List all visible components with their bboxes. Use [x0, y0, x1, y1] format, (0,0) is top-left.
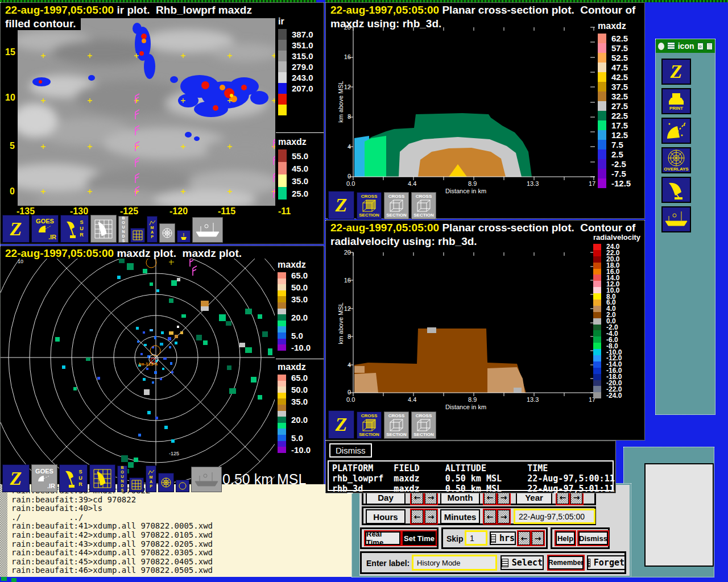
surveillance-button[interactable]: SUR — [59, 464, 88, 492]
ir-y-tick: 0 — [10, 186, 15, 197]
map-button[interactable]: MAP — [146, 465, 156, 492]
ir-label: .IR — [48, 234, 58, 240]
satellite-dish-button[interactable] — [661, 118, 691, 144]
skip-units-menu[interactable]: hrs — [490, 531, 516, 545]
window-restore-icon[interactable]: ░ — [706, 43, 713, 50]
xs1-x-tick: 8.9 — [468, 180, 477, 187]
menu-icon — [588, 559, 590, 567]
radar-antenna-icon — [64, 469, 76, 488]
minutes-button[interactable]: Minutes — [440, 509, 480, 524]
goes-ir-button[interactable]: GOES .IR — [31, 215, 59, 243]
print-label: PRINT — [669, 106, 683, 111]
colorbar-entry: 243.0 — [278, 72, 313, 83]
cross-section-button[interactable]: CROSS SECTION — [411, 192, 436, 219]
set-time-button[interactable]: Set Time — [403, 531, 436, 545]
zebra-logo-button[interactable]: Z — [328, 410, 354, 439]
text-line: rain:beaufait:46>xdump.all 970822.0505.x… — [11, 566, 213, 575]
dismiss-button[interactable]: Dismiss — [578, 531, 608, 545]
cross-section-maxdz-window: 22-aug-1997,05:05:00 Planar cross-sectio… — [325, 2, 645, 219]
label-field[interactable]: History Mode — [412, 555, 497, 571]
cross-section-button-active[interactable]: CROSS SECTION — [357, 192, 382, 219]
overlays-button[interactable]: OVERLAYS — [661, 147, 691, 173]
real-time-button[interactable]: Real Time — [365, 531, 400, 545]
text-line: rain:beaufait:40>ls — [11, 504, 213, 513]
text-line: rain:beaufait:39>cd 970822 — [11, 496, 213, 505]
colorbar-entry: 4.0 — [593, 306, 640, 312]
ship-button[interactable] — [192, 217, 223, 243]
radar-antenna-button[interactable] — [661, 177, 691, 203]
cross-section-button[interactable]: CROSS SECTION — [384, 411, 409, 439]
grid-radar-button[interactable] — [90, 215, 117, 243]
colorbar-entry — [278, 105, 313, 115]
icon-window-title: icon — [678, 41, 694, 51]
skip-back-arrow[interactable]: ← — [518, 531, 530, 545]
hours-button[interactable]: Hours — [366, 509, 406, 524]
printer-icon — [667, 92, 686, 106]
xs1-y-tick: 8 — [340, 113, 351, 120]
ppi-colorbar1-label: maxdz — [278, 260, 311, 270]
rings-overlay-button[interactable] — [159, 223, 175, 243]
zebra-logo-button[interactable]: Z — [661, 59, 691, 85]
surveillance-button[interactable]: SUR — [60, 215, 89, 243]
colorbar-entry: 50.0 — [278, 386, 311, 393]
grid-icon — [133, 230, 143, 240]
grid-radar-button[interactable] — [89, 464, 115, 492]
bounds-button[interactable]: BOUNDS — [118, 216, 129, 243]
minutes-forward-arrow[interactable]: → — [498, 510, 510, 523]
cross-section-button[interactable]: CROSS SECTION — [411, 411, 436, 439]
zebra-logo-button[interactable]: Z — [328, 191, 354, 219]
print-button[interactable]: PRINT — [661, 88, 691, 114]
xs2-colorbar: radialvelocity 24.022.020.018.016.014.01… — [593, 233, 640, 398]
zebra-logo-button[interactable]: Z — [2, 215, 30, 243]
time-value-field[interactable]: 22-Aug-97,5:05:00 — [514, 509, 595, 524]
window-menu-icon[interactable] — [667, 42, 675, 50]
ir-satellite-image[interactable] — [18, 18, 275, 206]
map-button[interactable]: MAP — [147, 216, 158, 243]
cube-icon — [416, 418, 431, 432]
hours-forward-arrow[interactable]: → — [425, 510, 437, 523]
mode-group: Real Time Set Time — [360, 527, 439, 549]
cross-section-button[interactable]: CROSS SECTION — [384, 192, 409, 219]
zebra-logo-button[interactable]: Z — [2, 464, 30, 492]
platform-dismiss-button[interactable]: Dismiss — [329, 443, 372, 458]
xs1-x-tick: 0.0 — [346, 180, 355, 187]
circle-overlay-button[interactable] — [176, 480, 189, 492]
rings-overlay-button[interactable] — [158, 473, 174, 492]
colorbar-entry: 47.5 — [598, 63, 631, 72]
colorbar-entry: 279.0 — [278, 61, 313, 72]
select-menu-button[interactable]: Select — [500, 555, 544, 570]
grid-icon — [131, 480, 142, 490]
grid-small-button[interactable] — [130, 228, 145, 243]
ship-button[interactable] — [661, 206, 691, 232]
xs2-x-tick: 0.0 — [346, 396, 355, 403]
skip-value-field[interactable]: 1 — [465, 530, 487, 546]
remember-button[interactable]: Remember — [548, 556, 584, 569]
station-marker-cross — [169, 260, 174, 265]
menu-icon — [491, 534, 496, 543]
time-group: Hours ← → Minutes ← → 22-Aug-97,5:05:00 — [362, 506, 596, 525]
terminal-cursor — [11, 578, 16, 582]
ship-button[interactable] — [191, 467, 222, 492]
window-iconify-icon[interactable]: o — [697, 43, 704, 50]
bounds-button[interactable]: BOUNDS — [117, 465, 127, 492]
terminal-scrollbar[interactable] — [0, 484, 7, 577]
ppi-colorbar-2: maxdz 65.050.035.020.05.0-10.0 — [278, 362, 311, 453]
terminal-window[interactable]: rain:beaufait:38>mkdir 970822rain:beaufa… — [0, 484, 354, 577]
xs2-y-tick: 16 — [340, 277, 351, 284]
help-button[interactable]: Help — [556, 531, 575, 545]
platform-table: PLATFORM FIELD ALTITUDE TIMErhb_lowprf m… — [328, 460, 614, 491]
ppi-colorbar2-label: maxdz — [278, 362, 311, 372]
window-menu-circle-icon[interactable] — [658, 43, 664, 50]
minutes-back-arrow[interactable]: ← — [484, 510, 496, 523]
goes-ir-button[interactable]: GOES .IR — [31, 464, 57, 492]
cross-section-button-active[interactable]: CROSS SECTION — [357, 411, 382, 439]
grid-small-button[interactable] — [129, 477, 144, 492]
hours-back-arrow[interactable]: ← — [411, 510, 423, 523]
forget-menu-button[interactable]: Forget — [587, 555, 626, 570]
ppi-radar-display[interactable] — [1, 246, 325, 495]
buoy-button[interactable] — [177, 230, 191, 243]
cube-icon — [362, 199, 377, 213]
ir-y-tick: 15 — [5, 47, 15, 57]
colorbar-entry: 32.5 — [598, 92, 631, 101]
skip-forward-arrow[interactable]: → — [532, 531, 544, 545]
